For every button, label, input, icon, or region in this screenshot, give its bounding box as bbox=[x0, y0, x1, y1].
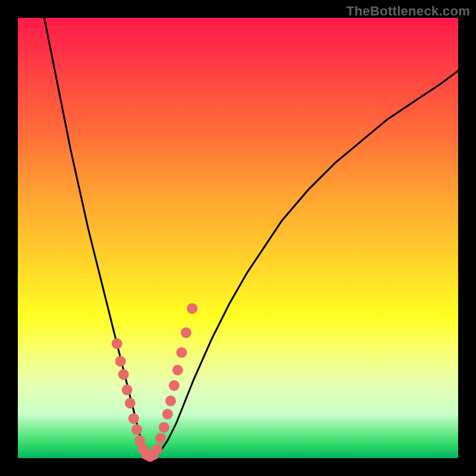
bottleneck-curve bbox=[44, 18, 458, 458]
data-marker bbox=[115, 356, 126, 367]
plot-area bbox=[18, 18, 458, 458]
chart-frame: TheBottleneck.com bbox=[0, 0, 476, 476]
data-marker bbox=[125, 398, 136, 409]
chart-svg bbox=[18, 18, 458, 458]
data-marker bbox=[129, 413, 139, 424]
watermark-text: TheBottleneck.com bbox=[346, 4, 470, 19]
data-marker bbox=[118, 369, 129, 380]
data-marker bbox=[181, 327, 192, 338]
data-marker bbox=[152, 444, 162, 455]
data-marker bbox=[169, 380, 180, 391]
data-marker bbox=[112, 339, 123, 349]
data-markers bbox=[112, 303, 198, 462]
data-marker bbox=[131, 424, 142, 435]
data-marker bbox=[162, 409, 173, 419]
data-marker bbox=[176, 347, 187, 358]
data-marker bbox=[165, 396, 176, 406]
data-marker bbox=[173, 365, 183, 375]
data-marker bbox=[159, 422, 170, 433]
curve-path bbox=[44, 18, 458, 458]
data-marker bbox=[155, 433, 166, 444]
data-marker bbox=[187, 303, 198, 314]
data-marker bbox=[122, 384, 133, 395]
